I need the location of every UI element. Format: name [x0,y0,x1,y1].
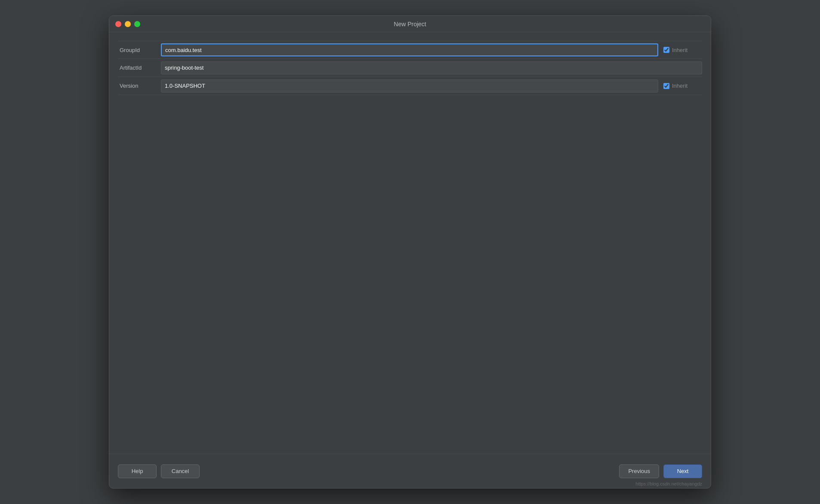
previous-button[interactable]: Previous [619,464,659,478]
groupid-inherit: Inherit [663,47,702,53]
window-title: New Project [394,21,426,28]
content-spacer [118,95,702,454]
version-row: Version Inherit [118,77,702,95]
footer-left-buttons: Help Cancel [118,464,200,478]
groupid-inherit-label: Inherit [672,47,687,53]
groupid-row: GroupId Inherit [118,41,702,59]
help-button[interactable]: Help [118,464,157,478]
version-inherit-label: Inherit [672,83,687,89]
content-area: GroupId Inherit ArtifactId Version Inher… [109,32,711,454]
close-button[interactable] [115,21,121,27]
artifactid-row: ArtifactId [118,59,702,77]
version-label: Version [118,83,161,89]
window-controls [115,21,140,27]
next-button[interactable]: Next [663,464,702,478]
groupid-inherit-checkbox[interactable] [663,47,669,53]
maximize-button[interactable] [134,21,140,27]
groupid-label: GroupId [118,47,161,53]
footer: Help Cancel Previous Next https://blog.c… [109,454,711,488]
dialog-window: New Project GroupId Inherit ArtifactId V… [109,15,711,489]
watermark-text: https://blog.csdn.net/chayangdz [635,481,702,486]
footer-right-buttons: Previous Next [619,464,702,478]
minimize-button[interactable] [125,21,131,27]
version-inherit-checkbox[interactable] [663,83,669,89]
version-inherit: Inherit [663,83,702,89]
artifactid-input[interactable] [161,61,702,74]
cancel-button[interactable]: Cancel [161,464,200,478]
form-area: GroupId Inherit ArtifactId Version Inher… [118,41,702,95]
artifactid-label: ArtifactId [118,65,161,71]
version-input[interactable] [161,80,658,92]
title-bar: New Project [109,16,711,32]
groupid-input[interactable] [161,43,658,56]
